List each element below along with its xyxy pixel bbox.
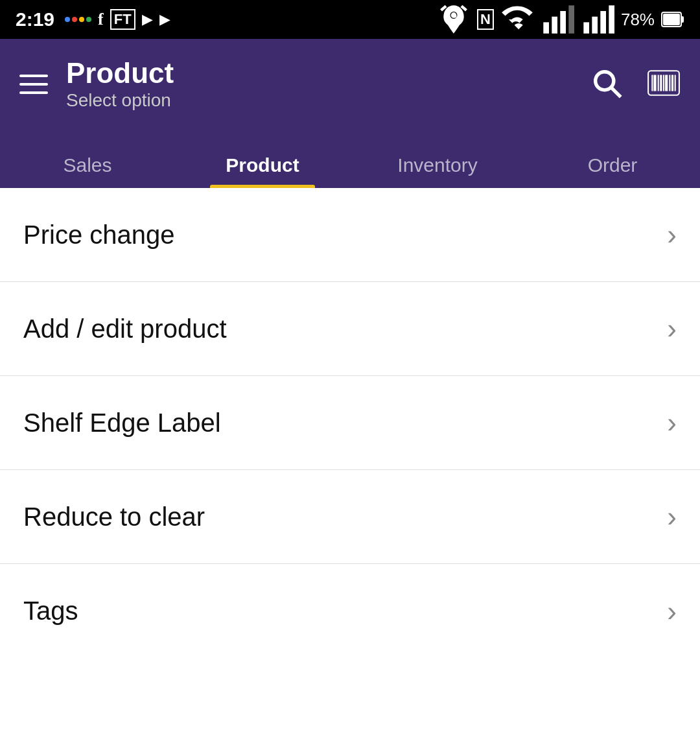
- menu-item-reduce-to-clear[interactable]: Reduce to clear ›: [0, 470, 700, 564]
- header-actions: [590, 66, 681, 102]
- header-title: Product: [66, 58, 174, 89]
- header-left: Product Select option: [19, 58, 174, 111]
- status-icons: f FT ▶ ▶: [65, 9, 170, 30]
- svg-rect-13: [681, 16, 684, 23]
- chevron-right-icon: ›: [667, 597, 677, 626]
- svg-rect-5: [552, 17, 557, 34]
- tab-product[interactable]: Product: [175, 154, 350, 188]
- svg-rect-6: [560, 11, 566, 34]
- tab-order[interactable]: Order: [525, 154, 700, 188]
- header-subtitle: Select option: [66, 90, 174, 111]
- nfc-icon: N: [477, 9, 494, 30]
- barcode-button[interactable]: [647, 66, 681, 102]
- status-right: N 78%: [437, 3, 684, 36]
- tab-sales[interactable]: Sales: [0, 154, 175, 188]
- menu-item-price-change[interactable]: Price change ›: [0, 188, 700, 282]
- header-title-block: Product Select option: [66, 58, 174, 111]
- menu-item-shelf-edge-label[interactable]: Shelf Edge Label ›: [0, 376, 700, 470]
- tabs-bar: Sales Product Inventory Order: [0, 130, 700, 188]
- signal1-icon: [541, 3, 574, 36]
- chevron-right-icon: ›: [667, 502, 677, 531]
- chevron-right-icon: ›: [667, 314, 677, 343]
- youtube2-icon: ▶: [159, 11, 170, 28]
- alarm-icon: [437, 3, 471, 36]
- svg-rect-8: [583, 22, 589, 33]
- wifi-icon: [500, 3, 534, 36]
- tab-inventory[interactable]: Inventory: [350, 154, 525, 188]
- signal2-icon: [581, 3, 614, 36]
- battery-text: 78%: [621, 10, 655, 30]
- svg-rect-4: [543, 22, 549, 33]
- svg-line-16: [612, 88, 621, 97]
- app-header: Product Select option: [0, 39, 700, 130]
- search-button[interactable]: [590, 66, 624, 102]
- svg-rect-10: [600, 11, 606, 34]
- ft-icon: FT: [110, 9, 135, 30]
- svg-rect-11: [609, 5, 614, 33]
- svg-point-15: [596, 72, 614, 90]
- assistant-icon: [65, 17, 91, 22]
- svg-rect-14: [663, 14, 680, 25]
- svg-rect-7: [568, 5, 574, 33]
- hamburger-menu[interactable]: [19, 75, 48, 94]
- svg-rect-9: [592, 17, 598, 34]
- status-bar: 2:19 f FT ▶ ▶: [0, 0, 700, 39]
- chevron-right-icon: ›: [667, 220, 677, 249]
- chevron-right-icon: ›: [667, 408, 677, 437]
- status-time: 2:19: [16, 8, 54, 30]
- facebook-icon: f: [98, 10, 104, 29]
- menu-list: Price change › Add / edit product › Shel…: [0, 188, 700, 658]
- menu-item-add-edit-product[interactable]: Add / edit product ›: [0, 282, 700, 376]
- battery-icon: [661, 10, 684, 29]
- menu-item-tags[interactable]: Tags ›: [0, 564, 700, 658]
- status-left: 2:19 f FT ▶ ▶: [16, 8, 170, 30]
- youtube-icon: ▶: [142, 11, 153, 28]
